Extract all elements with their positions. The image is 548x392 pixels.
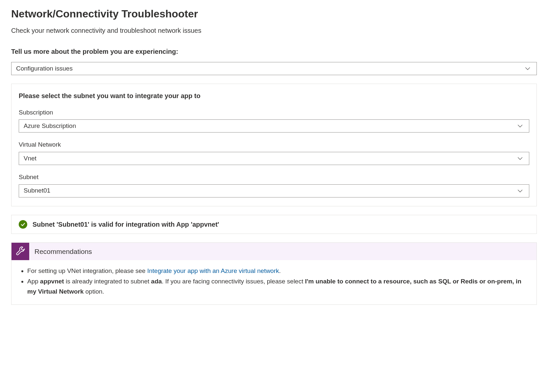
chevron-down-icon (517, 123, 523, 129)
recommendations-body: For setting up VNet integration, please … (11, 260, 537, 304)
subnet-select-value: Subnet01 (24, 186, 50, 195)
subnet-label: Subnet (19, 173, 529, 182)
recommendation-item: App appvnet is already integrated to sub… (27, 277, 529, 297)
recommendation-item: For setting up VNet integration, please … (27, 266, 529, 276)
subscription-label: Subscription (19, 108, 529, 117)
page-title: Network/Connectivity Troubleshooter (11, 7, 537, 21)
vnet-label: Virtual Network (19, 140, 529, 149)
subnet-panel-heading: Please select the subnet you want to int… (19, 91, 529, 100)
problem-select[interactable]: Configuration issues (11, 62, 537, 75)
problem-select-value: Configuration issues (16, 64, 73, 73)
subnet-config-panel: Please select the subnet you want to int… (11, 84, 537, 206)
vnet-integration-link[interactable]: Integrate your app with an Azure virtual… (147, 267, 279, 274)
vnet-select[interactable]: Vnet (19, 152, 529, 165)
problem-prompt-label: Tell us more about the problem you are e… (11, 47, 537, 56)
subnet-select[interactable]: Subnet01 (19, 184, 529, 197)
chevron-down-icon (517, 155, 523, 161)
recommendations-title: Recommendations (29, 243, 97, 260)
validation-status-panel: Subnet 'Subnet01' is valid for integrati… (11, 215, 537, 234)
wrench-icon (11, 243, 29, 260)
subscription-select[interactable]: Azure Subscription (19, 119, 529, 133)
page-subtitle: Check your network connectivity and trou… (11, 26, 537, 35)
subscription-select-value: Azure Subscription (24, 122, 76, 131)
validation-status-text: Subnet 'Subnet01' is valid for integrati… (33, 220, 219, 229)
success-check-icon (19, 220, 27, 229)
chevron-down-icon (525, 66, 531, 72)
recommendations-panel: Recommendations For setting up VNet inte… (11, 242, 537, 305)
chevron-down-icon (517, 188, 523, 194)
recommendations-header: Recommendations (11, 243, 537, 260)
vnet-select-value: Vnet (24, 154, 36, 163)
